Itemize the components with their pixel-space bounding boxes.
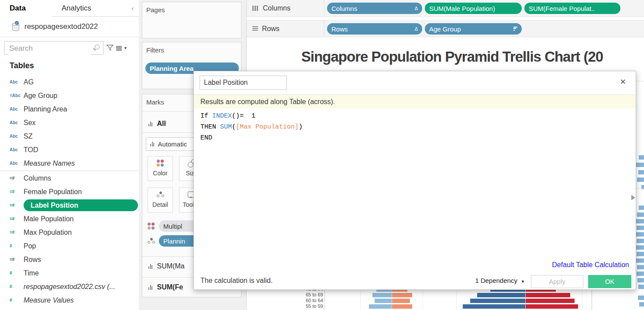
marks-all-selector[interactable]: All: [148, 116, 166, 131]
field-time[interactable]: #Time: [0, 266, 138, 280]
bar-chart-icon: [148, 122, 153, 126]
field-label: Pop: [24, 242, 36, 250]
male-bar: [636, 232, 644, 237]
field-label: SZ: [24, 132, 32, 140]
default-table-calculation-link[interactable]: Default Table Calculation: [552, 261, 629, 269]
filter-pill-label: Planning Area: [150, 65, 193, 72]
male-bar: [641, 185, 644, 189]
columns-pill-sum-male-population[interactable]: SUM(Male Population): [425, 3, 522, 14]
table-calc-delta-icon: Δ: [415, 6, 418, 11]
columns-pill-sum-female-populat[interactable]: SUM(Female Populat..: [524, 3, 620, 14]
text-field-icon: Abc: [10, 120, 24, 125]
male-bar: [636, 258, 644, 263]
view-mode-button[interactable]: ▼: [116, 44, 129, 52]
close-icon[interactable]: ✕: [620, 77, 626, 87]
male-bar: [637, 278, 644, 282]
number-field-icon: #: [10, 298, 24, 303]
field-pop[interactable]: #Pop: [0, 239, 138, 253]
formula-token: SUM: [220, 123, 232, 131]
field-sex[interactable]: AbcSex: [0, 116, 138, 129]
bar-chart-icon: [148, 264, 153, 269]
male-bar: [637, 272, 644, 276]
age-group-label: 65 to 69: [297, 292, 323, 298]
table-calc-banner-text: Results are computed along Table (across…: [200, 98, 335, 106]
formula-line: THEN SUM([Max Population]): [200, 122, 629, 132]
field-measure-names[interactable]: AbcMeasure Names: [0, 157, 138, 170]
ok-button[interactable]: OK: [588, 275, 631, 288]
field-ag[interactable]: AbcAG: [0, 75, 138, 89]
collapse-panel-icon[interactable]: ‹: [131, 4, 134, 12]
field-female-population[interactable]: =#Female Population: [0, 185, 138, 199]
field-tod[interactable]: AbcTOD: [0, 143, 138, 157]
text-field-icon: Abc: [10, 134, 24, 139]
male-bar: [638, 296, 644, 300]
number-field-icon: =#: [10, 176, 24, 181]
field-rows[interactable]: =#Rows: [0, 253, 138, 266]
male-bar: [638, 285, 644, 289]
apply-button[interactable]: Apply: [531, 275, 583, 288]
formula-token: END: [200, 134, 212, 142]
field-respopagesextod2022-csv[interactable]: #respopagesextod2022.csv (...: [0, 280, 138, 293]
number-field-icon: =#: [10, 257, 24, 262]
pill-label: Columns: [331, 5, 357, 12]
number-field-icon: #: [10, 284, 24, 289]
search-box[interactable]: [4, 41, 103, 55]
rows-shelf[interactable]: Rows RowsΔAge Group: [247, 20, 644, 38]
formula-token: 1: [248, 112, 255, 120]
tab-data-label: Data: [10, 4, 26, 13]
formula-editor[interactable]: If INDEX()= 1THEN SUM([Max Population])E…: [200, 111, 629, 202]
dependency-dropdown[interactable]: 1 Dependency ▼: [475, 277, 525, 284]
field-male-population[interactable]: =#Male Population: [0, 212, 138, 226]
tableau-workspace: Data Analytics ‹ respopagesextod2022 ✓ ▼…: [0, 0, 644, 310]
pages-card[interactable]: Pages: [142, 2, 241, 38]
male-bar: [637, 239, 644, 243]
male-bar: [636, 245, 644, 250]
fields-divider: [0, 171, 138, 171]
field-label-position[interactable]: =#Label Position: [0, 199, 138, 212]
male-bar: [477, 293, 525, 297]
search-row: ▼: [0, 41, 139, 56]
calculation-name-input[interactable]: [200, 76, 287, 90]
color-button[interactable]: Color: [148, 156, 173, 181]
male-bar: [470, 299, 525, 303]
age-group-label: 60 to 64: [297, 298, 323, 303]
rows-pill-age-group[interactable]: Age Group: [425, 23, 522, 35]
detail-icon: [148, 238, 155, 244]
field-columns[interactable]: =#Columns: [0, 171, 138, 185]
scroll-right-arrow-icon[interactable]: [631, 195, 638, 200]
detail-button[interactable]: Detail: [148, 188, 173, 212]
search-input[interactable]: [8, 42, 91, 55]
male-bar: [637, 265, 644, 269]
bar-chart-icon: [148, 285, 153, 290]
male-bar: [372, 293, 392, 297]
field-planning-area[interactable]: AbcPlanning Area: [0, 102, 138, 116]
datasource-row[interactable]: respopagesextod2022: [0, 17, 139, 37]
female-bar: [392, 304, 412, 309]
text-field-icon: Abc: [10, 161, 24, 166]
formula-token: ()=: [232, 112, 248, 120]
field-label: Rows: [24, 256, 41, 264]
age-group-label: 55 to 59: [297, 303, 323, 309]
selected-field-pill[interactable]: Label Position: [24, 199, 138, 211]
number-field-icon: =#: [10, 216, 24, 221]
marks-card-sum-male[interactable]: SUM(Ma: [148, 258, 185, 274]
database-check-icon: ✓: [15, 21, 19, 25]
columns-pill-columns[interactable]: ColumnsΔ: [327, 3, 422, 14]
field-age-group[interactable]: =AbcAge Group: [0, 89, 138, 102]
tab-analytics[interactable]: Analytics: [52, 0, 148, 17]
rows-pill-rows[interactable]: RowsΔ: [327, 23, 422, 35]
field-measure-values[interactable]: #Measure Values: [0, 293, 138, 307]
marks-card-sum-female-label: SUM(Fe: [157, 283, 183, 291]
marks-all-label: All: [157, 120, 166, 128]
field-max-population[interactable]: =#Max Population: [0, 226, 138, 239]
color-button-label: Color: [153, 170, 167, 177]
marks-card-sum-female[interactable]: SUM(Fe: [148, 279, 183, 295]
columns-shelf[interactable]: Columns ColumnsΔSUM(Male Population)SUM(…: [247, 0, 644, 17]
field-label: Sex: [24, 119, 36, 127]
filter-funnel-icon[interactable]: [107, 44, 114, 51]
formula-token: [Max Population]: [236, 123, 299, 131]
chevron-down-icon: ▼: [521, 279, 525, 284]
field-sz[interactable]: AbcSZ: [0, 129, 138, 143]
rows-icon: [252, 26, 258, 31]
field-label: Male Population: [24, 215, 74, 223]
